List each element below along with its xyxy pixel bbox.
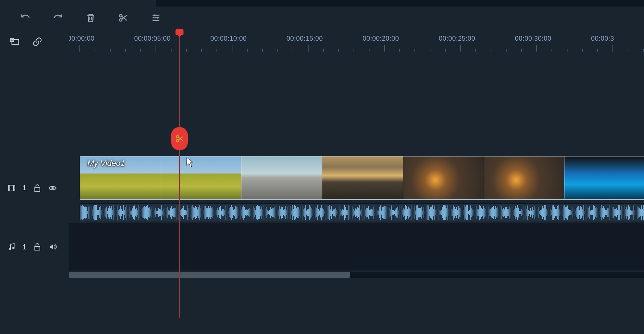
video-track-index: 1 bbox=[22, 184, 26, 192]
undo-icon bbox=[20, 13, 30, 23]
unlock-icon[interactable] bbox=[33, 243, 42, 251]
audio-track-row: 1 bbox=[0, 223, 644, 270]
video-track-head: 1 bbox=[0, 152, 69, 223]
split-marker-row bbox=[0, 127, 644, 152]
split-row-head bbox=[0, 127, 69, 152]
svg-rect-14 bbox=[35, 247, 40, 250]
tracks-container: 1 My Video1 1 bbox=[0, 127, 644, 279]
ruler-timecode: 00:00:10:00 bbox=[210, 35, 247, 42]
playhead-handle[interactable] bbox=[176, 29, 183, 35]
active-tab-stub bbox=[0, 0, 156, 7]
svg-point-2 bbox=[154, 14, 156, 16]
clip-thumbnail bbox=[403, 156, 484, 199]
ruler-timecode: 00:00:15:00 bbox=[286, 35, 323, 42]
scissors-icon bbox=[118, 13, 128, 23]
svg-point-3 bbox=[157, 17, 158, 19]
timeline-scrollbar-thumb[interactable] bbox=[69, 272, 350, 278]
svg-rect-5 bbox=[12, 40, 19, 45]
clip-title: My Video1 bbox=[87, 159, 125, 168]
adjust-button[interactable] bbox=[149, 11, 162, 24]
add-marker-button[interactable] bbox=[9, 36, 20, 47]
ruler-timecode: 00:00:3 bbox=[591, 35, 614, 42]
video-track-body[interactable]: My Video1 bbox=[69, 152, 644, 223]
clip-thumbnail bbox=[484, 156, 565, 199]
timeline-editor: 00:00:00:0000:00:05:0000:00:10:0000:00:1… bbox=[0, 0, 644, 334]
svg-rect-10 bbox=[35, 188, 40, 191]
audio-waveform[interactable] bbox=[80, 203, 644, 221]
clip-thumbnail bbox=[161, 156, 242, 199]
film-icon bbox=[7, 184, 16, 192]
link-icon bbox=[32, 37, 42, 47]
split-button[interactable] bbox=[117, 11, 130, 24]
timeline-scrollbar-track[interactable] bbox=[69, 272, 644, 278]
redo-icon bbox=[53, 13, 63, 23]
split-row-body bbox=[69, 127, 644, 152]
svg-point-4 bbox=[153, 19, 155, 21]
audio-track-body[interactable] bbox=[69, 223, 644, 270]
svg-point-13 bbox=[12, 247, 15, 249]
empty-track-area bbox=[0, 54, 644, 127]
delete-button[interactable] bbox=[84, 11, 97, 24]
undo-button[interactable] bbox=[19, 11, 32, 24]
ruler-timecode: 00:00:05:00 bbox=[134, 35, 171, 42]
ruler-timecode: 00:00:25:00 bbox=[439, 35, 475, 42]
ruler-row: 00:00:00:0000:00:05:0000:00:10:0000:00:1… bbox=[0, 29, 644, 54]
video-track-row: 1 My Video1 bbox=[0, 152, 644, 223]
split-handle[interactable] bbox=[171, 127, 188, 150]
speaker-icon[interactable] bbox=[48, 243, 57, 251]
playhead-line bbox=[179, 34, 180, 318]
timeline-toolbar bbox=[0, 7, 644, 29]
eye-icon[interactable] bbox=[48, 184, 57, 192]
ruler-timecode: 00:00:00:00 bbox=[69, 35, 95, 42]
svg-point-12 bbox=[9, 248, 11, 250]
sliders-icon bbox=[151, 13, 161, 23]
time-ruler[interactable]: 00:00:00:0000:00:05:0000:00:10:0000:00:1… bbox=[69, 29, 644, 54]
ruler-timecode: 00:00:20:00 bbox=[363, 35, 399, 42]
top-tabs-stub bbox=[0, 0, 644, 7]
trash-icon bbox=[86, 13, 96, 23]
audio-track-head: 1 bbox=[0, 223, 69, 270]
timeline-scrollbar-row bbox=[0, 270, 644, 279]
ruler-controls bbox=[0, 29, 69, 54]
audio-track-index: 1 bbox=[22, 243, 26, 251]
add-rect-icon bbox=[10, 37, 20, 47]
cursor-icon bbox=[186, 157, 195, 169]
clip-thumbnail bbox=[322, 156, 403, 199]
scissors-icon bbox=[175, 134, 184, 143]
ruler-timecode: 00:00:30:00 bbox=[515, 35, 552, 42]
link-button[interactable] bbox=[32, 36, 43, 47]
redo-button[interactable] bbox=[51, 11, 65, 24]
svg-rect-9 bbox=[8, 185, 15, 191]
clip-thumbnail bbox=[564, 156, 644, 199]
music-note-icon bbox=[7, 243, 16, 251]
unlock-icon[interactable] bbox=[33, 184, 42, 192]
svg-point-11 bbox=[51, 187, 54, 189]
clip-thumbnail bbox=[241, 156, 322, 199]
scrollbar-spacer bbox=[0, 270, 69, 279]
video-clip[interactable]: My Video1 bbox=[80, 156, 644, 200]
